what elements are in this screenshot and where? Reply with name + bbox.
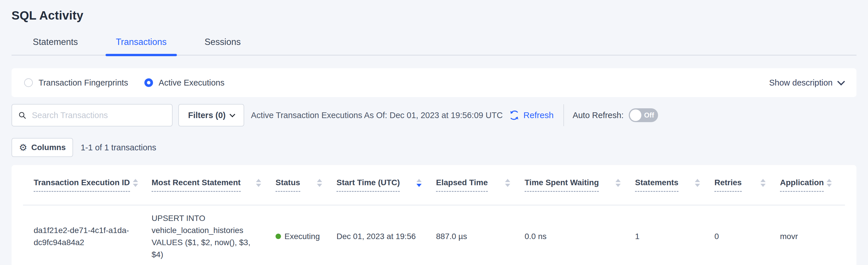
radio-circle-selected[interactable] xyxy=(144,78,153,87)
transactions-table-card: Transaction Execution ID Most Recent Sta… xyxy=(11,165,857,265)
refresh-icon xyxy=(508,109,520,121)
column-header-start-time[interactable]: Start Time (UTC) xyxy=(337,165,436,205)
cell-transaction-execution-id[interactable]: da1f21e2-de71-4c1f-a1da-dc9fc94a84a2 xyxy=(23,205,152,265)
cell-status: Executing xyxy=(276,205,337,265)
radio-transaction-fingerprints[interactable]: Transaction Fingerprints xyxy=(24,78,128,87)
columns-label: Columns xyxy=(31,143,66,152)
page-title: SQL Activity xyxy=(11,0,857,23)
column-header-statements[interactable]: Statements xyxy=(635,165,714,205)
sort-icon[interactable] xyxy=(130,179,138,187)
table-row[interactable]: da1f21e2-de71-4c1f-a1da-dc9fc94a84a2 UPS… xyxy=(23,205,845,265)
filters-button[interactable]: Filters (0) xyxy=(178,104,244,127)
sort-icon[interactable] xyxy=(692,179,700,187)
sql-activity-page: SQL Activity Statements Transactions Ses… xyxy=(0,0,868,265)
view-options-card: Transaction Fingerprints Active Executio… xyxy=(11,68,857,97)
search-icon xyxy=(18,110,27,120)
column-header-transaction-execution-id[interactable]: Transaction Execution ID xyxy=(23,165,152,205)
tab-sessions[interactable]: Sessions xyxy=(194,37,251,55)
refresh-label: Refresh xyxy=(523,110,554,120)
column-header-application[interactable]: Application xyxy=(780,165,845,205)
status-executing-dot-icon xyxy=(276,234,281,239)
cell-time-spent-waiting: 0.0 ns xyxy=(525,205,635,265)
search-input[interactable] xyxy=(31,110,166,121)
chevron-down-icon xyxy=(837,78,845,85)
sort-icon[interactable] xyxy=(824,179,832,187)
refresh-button[interactable]: Refresh xyxy=(508,109,554,121)
table-header-row: Transaction Execution ID Most Recent Sta… xyxy=(23,165,845,205)
column-header-most-recent-statement[interactable]: Most Recent Statement xyxy=(152,165,276,205)
column-header-status[interactable]: Status xyxy=(276,165,337,205)
auto-refresh-label: Auto Refresh: xyxy=(572,111,623,120)
tab-bar: Statements Transactions Sessions xyxy=(11,37,857,56)
toolbar: Filters (0) Active Transaction Execution… xyxy=(11,104,857,127)
radio-active-executions[interactable]: Active Executions xyxy=(144,78,225,87)
as-of-text: Active Transaction Executions As Of: Dec… xyxy=(251,111,503,120)
radio-circle-unselected[interactable] xyxy=(24,78,33,87)
tab-statements[interactable]: Statements xyxy=(23,37,88,55)
radio-label: Active Executions xyxy=(159,78,225,87)
cell-application: movr xyxy=(780,205,845,265)
cell-statements: 1 xyxy=(635,205,714,265)
sort-icon-active-desc[interactable] xyxy=(413,179,422,187)
transactions-table: Transaction Execution ID Most Recent Sta… xyxy=(23,165,845,265)
toggle-state-label: Off xyxy=(644,111,654,119)
column-header-time-spent-waiting[interactable]: Time Spent Waiting xyxy=(525,165,635,205)
sort-icon[interactable] xyxy=(314,179,322,187)
cell-elapsed-time: 887.0 µs xyxy=(436,205,525,265)
column-header-elapsed-time[interactable]: Elapsed Time xyxy=(436,165,525,205)
filters-label: Filters (0) xyxy=(188,111,226,120)
cell-most-recent-statement[interactable]: UPSERT INTO vehicle_location_histories V… xyxy=(152,205,276,265)
show-description-label: Show description xyxy=(769,78,833,87)
sort-icon[interactable] xyxy=(253,179,261,187)
tab-transactions[interactable]: Transactions xyxy=(105,37,177,55)
show-description-toggle[interactable]: Show description xyxy=(769,78,844,87)
vertical-divider xyxy=(563,104,564,126)
cell-start-time: Dec 01, 2023 at 19:56 xyxy=(337,205,436,265)
cell-retries: 0 xyxy=(714,205,780,265)
toggle-knob xyxy=(630,109,641,121)
sort-icon[interactable] xyxy=(757,179,766,187)
column-header-retries[interactable]: Retries xyxy=(714,165,780,205)
sort-icon[interactable] xyxy=(502,179,510,187)
results-count: 1-1 of 1 transactions xyxy=(81,143,156,152)
chevron-down-icon xyxy=(229,111,235,117)
auto-refresh-toggle[interactable]: Off xyxy=(629,108,658,122)
status-badge: Executing xyxy=(284,232,320,241)
columns-button[interactable]: ⚙ Columns xyxy=(11,138,73,157)
radio-label: Transaction Fingerprints xyxy=(38,78,128,87)
table-controls: ⚙ Columns 1-1 of 1 transactions xyxy=(11,138,857,157)
sort-icon[interactable] xyxy=(613,179,621,187)
search-box xyxy=(11,104,173,127)
view-mode-radio-group: Transaction Fingerprints Active Executio… xyxy=(24,78,225,87)
gear-icon: ⚙ xyxy=(19,143,27,152)
